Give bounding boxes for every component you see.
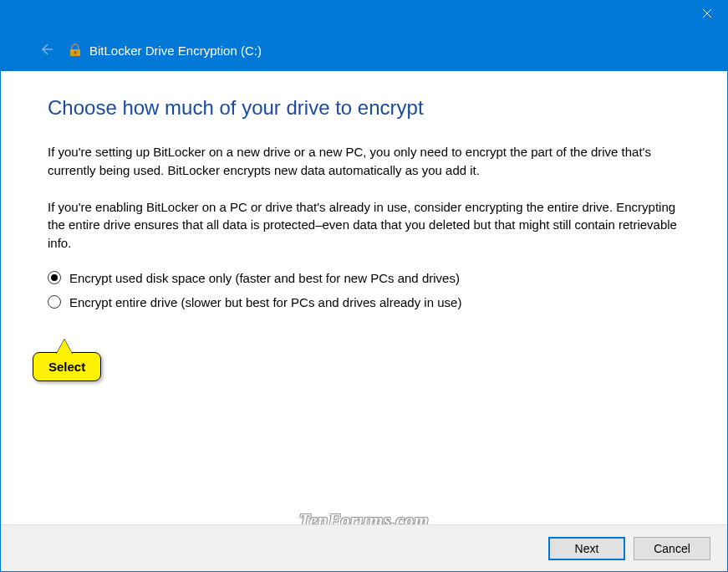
- back-arrow-icon: [38, 41, 54, 58]
- radio-option-used-space[interactable]: Encrypt used disk space only (faster and…: [48, 271, 680, 285]
- footer: Next Cancel: [1, 524, 727, 571]
- radio-label-used-space: Encrypt used disk space only (faster and…: [69, 271, 460, 285]
- callout-text: Select: [33, 352, 101, 381]
- page-heading: Choose how much of your drive to encrypt: [48, 96, 680, 120]
- close-button[interactable]: [687, 1, 727, 26]
- title-wrap: BitLocker Drive Encryption (C:): [68, 43, 262, 58]
- svg-rect-5: [74, 53, 75, 55]
- back-button[interactable]: [38, 41, 54, 58]
- close-icon: [702, 8, 712, 18]
- radio-label-entire-drive: Encrypt entire drive (slower but best fo…: [69, 295, 461, 309]
- radio-group: Encrypt used disk space only (faster and…: [48, 271, 680, 309]
- bitlocker-icon: [68, 43, 83, 58]
- callout-tail-icon: [56, 340, 73, 355]
- paragraph-2: If you're enabling BitLocker on a PC or …: [48, 198, 680, 253]
- radio-option-entire-drive[interactable]: Encrypt entire drive (slower but best fo…: [48, 295, 680, 309]
- paragraph-1: If you're setting up BitLocker on a new …: [48, 143, 680, 180]
- radio-icon: [48, 271, 61, 284]
- content-area: Choose how much of your drive to encrypt…: [1, 71, 727, 309]
- callout-annotation: Select: [33, 352, 101, 381]
- window-title: BitLocker Drive Encryption (C:): [89, 43, 262, 58]
- next-button[interactable]: Next: [548, 537, 625, 560]
- radio-icon: [48, 295, 61, 309]
- titlebar: BitLocker Drive Encryption (C:): [1, 1, 727, 71]
- cancel-button[interactable]: Cancel: [634, 537, 710, 560]
